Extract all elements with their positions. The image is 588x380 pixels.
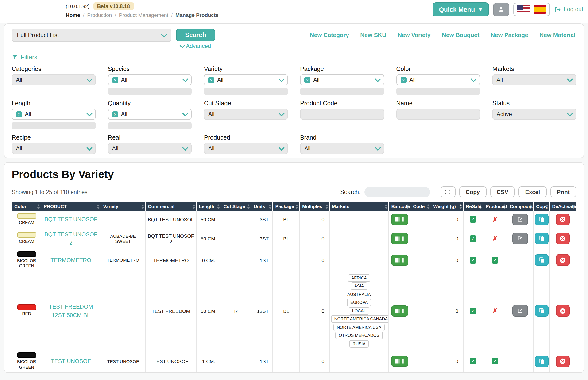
us-flag-button[interactable]	[517, 5, 530, 14]
resale-checkbox[interactable]: ✓	[470, 235, 477, 242]
expand-table-button[interactable]	[440, 187, 455, 197]
compound-edit-button[interactable]	[513, 232, 528, 244]
column-header-length[interactable]: Length	[196, 202, 221, 211]
export-copy-button[interactable]: Copy	[459, 187, 486, 197]
clear-tag-icon[interactable]: ×	[112, 77, 118, 83]
link-new-category[interactable]: New Category	[310, 32, 349, 38]
column-header-compound[interactable]: Compound	[507, 202, 533, 211]
deactivate-button[interactable]	[556, 232, 570, 244]
barcode-button[interactable]	[391, 305, 408, 316]
column-header-commercial[interactable]: Commercial	[145, 202, 196, 211]
deactivate-button[interactable]	[556, 356, 570, 367]
barcode-button[interactable]	[391, 233, 408, 244]
column-header-product[interactable]: PRODUCT	[41, 202, 101, 211]
filter-select-species[interactable]: ×All	[108, 74, 192, 85]
filter-select-status[interactable]: Active	[493, 109, 576, 120]
product-link[interactable]: TEST UNOSOF	[51, 357, 91, 366]
product-link[interactable]: TERMOMETRO	[51, 256, 91, 265]
spain-flag-button[interactable]	[534, 5, 546, 14]
filter-select-quantity[interactable]: ×All	[108, 109, 192, 120]
filter-input-product-code[interactable]	[300, 109, 384, 120]
export-excel-button[interactable]: Excel	[519, 187, 547, 197]
filter-select-real[interactable]: All	[108, 143, 192, 154]
link-new-package[interactable]: New Package	[491, 32, 528, 38]
resale-checkbox[interactable]: ✓	[470, 216, 477, 223]
filter-select-brand[interactable]: All	[300, 143, 384, 154]
link-new-sku[interactable]: New SKU	[360, 32, 386, 38]
search-button[interactable]: Search	[176, 29, 215, 41]
table-search-input[interactable]	[364, 187, 430, 197]
produced-checkbox[interactable]: ✓	[492, 257, 498, 264]
resale-checkbox[interactable]: ✓	[470, 358, 477, 365]
barcode-button[interactable]	[391, 255, 408, 266]
filter-tags-box[interactable]	[396, 88, 480, 95]
column-header-units[interactable]: Units	[251, 202, 273, 211]
filter-select-produced[interactable]: All	[204, 143, 288, 154]
column-header-produced[interactable]: Produced	[483, 202, 507, 211]
barcode-button[interactable]	[391, 356, 408, 367]
clear-tag-icon[interactable]: ×	[16, 111, 22, 117]
deactivate-button[interactable]	[556, 254, 570, 266]
product-link[interactable]: TEST FREEDOM 12ST 50CM BL	[43, 302, 99, 319]
resale-checkbox[interactable]: ✓	[470, 257, 477, 264]
column-header-cut-stage[interactable]: Cut Stage	[221, 202, 251, 211]
user-admin-button[interactable]	[493, 2, 509, 16]
link-new-material[interactable]: New Material	[539, 32, 575, 38]
export-csv-button[interactable]: CSV	[490, 187, 515, 197]
column-header-weight-g[interactable]: Weight (g)	[431, 202, 463, 211]
copy-row-button[interactable]	[535, 254, 549, 266]
filter-tags-box[interactable]	[12, 122, 95, 129]
breadcrumb-item-manage-products[interactable]: Manage Products	[175, 12, 218, 18]
column-header-variety[interactable]: Variety	[101, 202, 146, 211]
column-header-multiples[interactable]: Multiples	[300, 202, 330, 211]
filter-select-cut-stage[interactable]: All	[204, 109, 288, 120]
column-header-color[interactable]: Color	[12, 202, 41, 211]
export-print-button[interactable]: Print	[550, 187, 576, 197]
link-new-bouquet[interactable]: New Bouquet	[442, 32, 479, 38]
filter-select-recipe[interactable]: All	[12, 143, 95, 154]
column-header-package[interactable]: Package	[273, 202, 300, 211]
column-header-resale[interactable]: ReSale	[463, 202, 483, 211]
clear-tag-icon[interactable]: ×	[304, 77, 311, 83]
deactivate-button[interactable]	[556, 214, 570, 226]
breadcrumb-item-home[interactable]: Home	[66, 12, 80, 18]
breadcrumb-item-production[interactable]: Production	[87, 12, 112, 18]
quick-menu-button[interactable]: Quick Menu	[433, 2, 489, 17]
copy-row-button[interactable]	[535, 214, 549, 226]
copy-row-button[interactable]	[535, 356, 549, 367]
filter-select-package[interactable]: ×All	[300, 74, 384, 85]
column-header-deactivate[interactable]: DeActivate	[550, 202, 576, 211]
product-link[interactable]: BQT TEST UNOSOF	[44, 215, 97, 224]
filter-input-name[interactable]	[396, 109, 480, 120]
logout-link[interactable]: Log out	[554, 6, 583, 13]
copy-row-button[interactable]	[535, 305, 549, 317]
copy-row-button[interactable]	[535, 232, 549, 244]
compound-edit-button[interactable]	[513, 214, 528, 226]
produced-checkbox[interactable]: ✓	[492, 358, 498, 365]
filter-select-color[interactable]: ×All	[396, 74, 480, 85]
column-header-markets[interactable]: Markets	[329, 202, 389, 211]
filter-select-length[interactable]: ×All	[12, 109, 95, 120]
filter-select-markets[interactable]: All	[493, 74, 576, 85]
filter-tags-box[interactable]	[204, 88, 288, 95]
filter-tags-box[interactable]	[108, 122, 192, 129]
filter-select-categories[interactable]: All	[12, 74, 95, 85]
filter-tags-box[interactable]	[108, 88, 192, 95]
resale-checkbox[interactable]: ✓	[470, 307, 477, 314]
breadcrumb-item-product-management[interactable]: Product Management	[119, 12, 168, 18]
advanced-toggle[interactable]: Advanced	[180, 43, 211, 49]
link-new-variety[interactable]: New Variety	[398, 32, 430, 38]
deactivate-button[interactable]	[556, 305, 570, 317]
product-list-dropdown[interactable]: Full Product List	[12, 29, 171, 42]
compound-edit-button[interactable]	[513, 305, 528, 317]
filter-select-variety[interactable]: ×All	[204, 74, 288, 85]
clear-tag-icon[interactable]: ×	[400, 77, 406, 83]
column-header-copy[interactable]: Copy	[533, 202, 550, 211]
barcode-button[interactable]	[391, 214, 408, 225]
column-header-code[interactable]: Code	[410, 202, 431, 211]
product-link[interactable]: BQT TEST UNOSOF 2	[43, 230, 99, 247]
column-header-barcode[interactable]: Barcode	[389, 202, 410, 211]
clear-tag-icon[interactable]: ×	[208, 77, 214, 83]
clear-tag-icon[interactable]: ×	[112, 111, 118, 117]
filter-tags-box[interactable]	[300, 88, 384, 95]
